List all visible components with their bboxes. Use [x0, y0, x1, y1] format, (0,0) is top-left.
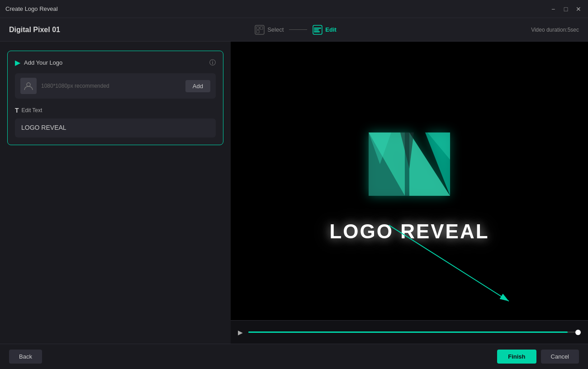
- select-step-icon: [255, 25, 265, 35]
- svg-point-8: [27, 83, 30, 86]
- svg-rect-3: [256, 30, 259, 33]
- logo-graphic: [355, 119, 464, 209]
- add-logo-title: Add Your Logo: [24, 59, 62, 66]
- timeline-fill: [248, 331, 568, 333]
- minimize-button[interactable]: −: [549, 5, 557, 13]
- add-logo-section-header: ▶ Add Your Logo ⓘ: [15, 58, 216, 67]
- logo-upload-box: 1080*1080px recommended Add: [15, 73, 216, 99]
- video-duration: Video duration:5sec: [531, 27, 579, 33]
- cancel-button[interactable]: Cancel: [541, 350, 579, 364]
- select-step-label: Select: [267, 26, 284, 33]
- preview-area: LOGO REVEAL: [231, 42, 588, 320]
- step-navigation: Select Edit: [255, 25, 337, 35]
- right-buttons: Finish Cancel: [497, 350, 579, 364]
- logo-placeholder-text: 1080*1080px recommended: [41, 83, 181, 89]
- svg-rect-5: [314, 28, 321, 29]
- edit-step-label: Edit: [325, 26, 337, 33]
- text-icon: T: [15, 107, 19, 114]
- play-button[interactable]: ▶: [238, 329, 243, 336]
- add-logo-button[interactable]: Add: [185, 80, 210, 92]
- finish-button[interactable]: Finish: [497, 350, 536, 364]
- step-select: Select: [255, 25, 284, 35]
- svg-rect-1: [256, 27, 259, 29]
- right-panel: LOGO REVEAL ▶: [231, 42, 588, 344]
- logo-placeholder-icon: [20, 78, 37, 94]
- svg-rect-2: [260, 27, 263, 29]
- title-bar: Create Logo Reveal − □ ✕: [0, 0, 588, 18]
- player-bar: ▶: [231, 320, 588, 344]
- window-controls: − □ ✕: [549, 5, 583, 13]
- step-connector: [289, 29, 307, 30]
- close-button[interactable]: ✕: [574, 5, 583, 13]
- content-area: ▶ Add Your Logo ⓘ 1080*1080px recommende…: [0, 42, 588, 344]
- step-edit: Edit: [313, 25, 337, 35]
- svg-rect-7: [314, 31, 320, 33]
- back-button[interactable]: Back: [9, 350, 42, 364]
- preview-content: LOGO REVEAL: [329, 119, 489, 243]
- logo-text-input[interactable]: LOGO REVEAL: [15, 118, 216, 137]
- timeline-track[interactable]: [248, 331, 581, 333]
- edit-text-section-title: Edit Text: [22, 107, 43, 114]
- bottom-bar: Back Finish Cancel: [0, 344, 588, 369]
- edit-step-icon: [313, 25, 322, 35]
- preview-logo-text: LOGO REVEAL: [329, 220, 489, 243]
- edit-text-section: T Edit Text LOGO REVEAL: [15, 107, 216, 137]
- main-area: Digital Pixel 01 Select: [0, 18, 588, 369]
- left-panel: ▶ Add Your Logo ⓘ 1080*1080px recommende…: [0, 42, 231, 344]
- video-icon: ▶: [15, 58, 20, 67]
- maximize-button[interactable]: □: [562, 5, 570, 13]
- edit-panel: ▶ Add Your Logo ⓘ 1080*1080px recommende…: [7, 51, 223, 145]
- info-icon[interactable]: ⓘ: [209, 59, 216, 67]
- project-name: Digital Pixel 01: [9, 26, 60, 34]
- top-bar: Digital Pixel 01 Select: [0, 18, 588, 42]
- window-title: Create Logo Reveal: [5, 5, 58, 12]
- edit-text-label: T Edit Text: [15, 107, 216, 114]
- timeline-thumb[interactable]: [575, 330, 581, 335]
- svg-rect-6: [314, 29, 319, 31]
